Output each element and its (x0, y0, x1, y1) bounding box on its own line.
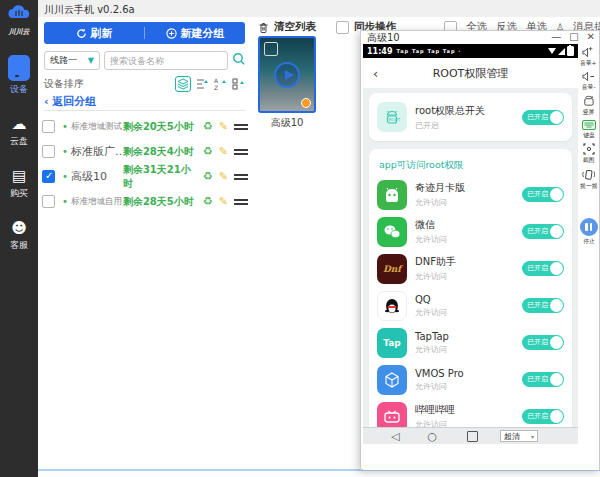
edit-pencil-icon[interactable]: ✎ (219, 195, 228, 208)
phone-screen[interactable]: 11:49 Tap Tap Tap Tap · ‹ ROOT权限管理 ROOT (363, 44, 578, 470)
recycle-icon[interactable]: ♻ (203, 145, 213, 158)
app-header: ‹ ROOT权限管理 (363, 58, 578, 88)
minimize-button[interactable]: — (551, 31, 561, 44)
app-subtitle: 允许访问 (415, 197, 522, 208)
refresh-label: 刷新 (91, 26, 113, 41)
edit-pencil-icon[interactable]: ✎ (219, 170, 228, 183)
play-icon[interactable] (274, 62, 300, 88)
quality-dropdown[interactable]: 超清 ▾ (500, 430, 538, 442)
toggle-label: 已开启 (527, 337, 548, 347)
screenshot-icon (583, 143, 595, 155)
device-row[interactable]: • 标准增城自用 剩余28天5小时 ♻ ✎ (42, 189, 248, 214)
back-to-groups-link[interactable]: ‹ 返回分组 (44, 94, 96, 109)
drag-handle-icon[interactable] (234, 197, 248, 207)
app-name: TapTap (415, 331, 522, 342)
phone-window-controls: — □ ✕ (551, 31, 595, 44)
device-checkbox[interactable] (42, 120, 55, 133)
device-checkbox[interactable] (42, 195, 55, 208)
toggle-knob (550, 111, 563, 124)
app-name: 微信 (415, 218, 522, 232)
sync-ops-checkbox[interactable] (336, 21, 349, 34)
tool-label: 截图 (583, 156, 595, 164)
app-toggle[interactable]: 已开启 (522, 409, 564, 424)
recycle-icon[interactable]: ♻ (203, 170, 213, 183)
layers-sort-icon[interactable] (175, 76, 191, 92)
logo-text: 川川云 (6, 27, 32, 37)
app-toggle[interactable]: 已开启 (522, 335, 564, 350)
screenshot-button[interactable]: 截图 (582, 143, 595, 165)
support-icon: ☻ (11, 219, 27, 237)
device-row[interactable]: • 标准版广… 剩余28天4小时 ♻ ✎ (42, 139, 248, 164)
volume-down-button[interactable]: 音量- (581, 71, 596, 92)
app-subtitle: 允许访问 (415, 271, 522, 282)
new-group-button[interactable]: 新建分组 (145, 26, 245, 41)
device-checkbox-checked[interactable] (42, 170, 55, 183)
drag-handle-icon[interactable] (234, 172, 248, 182)
recycle-icon[interactable]: ♻ (203, 120, 213, 133)
drag-handle-icon[interactable] (234, 122, 248, 132)
nav-back-icon[interactable]: ◁ (391, 431, 399, 442)
quality-value: 超清 (504, 431, 520, 442)
maximize-button[interactable]: □ (569, 31, 578, 44)
back-arrow-icon[interactable]: ‹ (373, 66, 378, 81)
app-row: VMOS Pro 允许访问 已开启 (377, 361, 564, 398)
action-button-bar: 刷新 新建分组 (44, 22, 245, 44)
section-title: app可访问root权限 (379, 159, 564, 172)
cloud-disk-icon: ☁ (12, 115, 27, 133)
toggle-label: 已开启 (527, 300, 548, 310)
app-name: 奇迹月卡版 (415, 181, 522, 195)
rotate-screen-button[interactable]: 竖屏 (582, 95, 595, 117)
sidebar-item-purchase[interactable]: ▤ 购买 (10, 166, 28, 200)
device-list: • 标准增城测试 剩余20天5小时 ♻ ✎ • 标准版广… 剩余28天4小时 ♻… (42, 114, 248, 214)
shake-button[interactable]: 摇一摇 (579, 168, 599, 191)
sidebar-item-support[interactable]: ☻ 客服 (10, 218, 28, 252)
sidebar-item-cloud-disk[interactable]: ☁ 云盘 (10, 114, 28, 148)
search-icon[interactable] (232, 52, 246, 66)
drag-handle-icon[interactable] (234, 147, 248, 157)
sort-row: 设备排序 AZ (44, 76, 245, 92)
app-toggle[interactable]: 已开启 (522, 298, 564, 313)
thumbnail-checkbox[interactable] (264, 42, 278, 56)
volume-up-button[interactable]: 音量+ (579, 47, 597, 68)
qq-penguin-icon (377, 291, 407, 321)
edit-pencil-icon[interactable]: ✎ (219, 145, 228, 158)
device-name: 标准增城测试 (71, 121, 123, 133)
device-row-selected[interactable]: • 高级10 剩余31天21小时 ♻ ✎ (42, 164, 248, 189)
root-permission-content: ROOT root权限总开关 已开启 已开启 app可访问root权限 (363, 88, 578, 427)
recycle-icon[interactable]: ♻ (203, 195, 213, 208)
app-subtitle: 允许访问 (415, 344, 522, 355)
app-toggle[interactable]: 已开启 (522, 224, 564, 239)
cloud-logo-icon (6, 4, 32, 22)
volume-down-icon (582, 71, 595, 82)
keyboard-button[interactable]: 键盘 (582, 120, 596, 140)
tool-label: 摇一摇 (580, 182, 598, 190)
app-toggle[interactable]: 已开启 (522, 187, 564, 202)
search-input[interactable] (104, 51, 228, 70)
list-sort-icon[interactable] (196, 78, 209, 90)
app-row: 奇迹月卡版 允许访问 已开启 (377, 176, 564, 213)
stop-button[interactable]: 停止 (580, 218, 598, 246)
sidebar-item-device[interactable]: 设备 (8, 55, 30, 96)
clear-list-button[interactable]: 清空列表 (274, 20, 316, 34)
device-checkbox[interactable] (42, 145, 55, 158)
device-name: 高级10 (71, 169, 123, 184)
device-row[interactable]: • 标准增城测试 剩余20天5小时 ♻ ✎ (42, 114, 248, 139)
battery-icon (567, 46, 574, 56)
app-toggle[interactable]: 已开启 (522, 372, 564, 387)
nav-recents-icon[interactable] (467, 431, 478, 442)
app-row: 哔哩哔哩 允许访问 已开启 (377, 398, 564, 427)
device-thumbnail[interactable] (258, 36, 316, 113)
app-toggle[interactable]: 已开启 (522, 261, 564, 276)
master-switch-card: ROOT root权限总开关 已开启 已开启 (369, 93, 572, 141)
line-select-dropdown[interactable]: 线路一 ▼ (44, 51, 100, 70)
phone-window: 高级10 — □ ✕ 11:49 Tap Tap Tap Tap · ‹ ROO… (360, 30, 600, 470)
master-switch-toggle[interactable]: 已开启 (522, 110, 564, 125)
toggle-label: 已开启 (527, 189, 548, 199)
tool-label: 竖屏 (583, 108, 595, 116)
close-button[interactable]: ✕ (587, 31, 595, 44)
nav-home-icon[interactable]: ○ (427, 431, 437, 442)
refresh-button[interactable]: 刷新 (44, 26, 144, 41)
numeric-sort-icon[interactable] (232, 78, 245, 90)
edit-pencil-icon[interactable]: ✎ (219, 120, 228, 133)
alpha-sort-icon[interactable]: AZ (214, 78, 227, 90)
